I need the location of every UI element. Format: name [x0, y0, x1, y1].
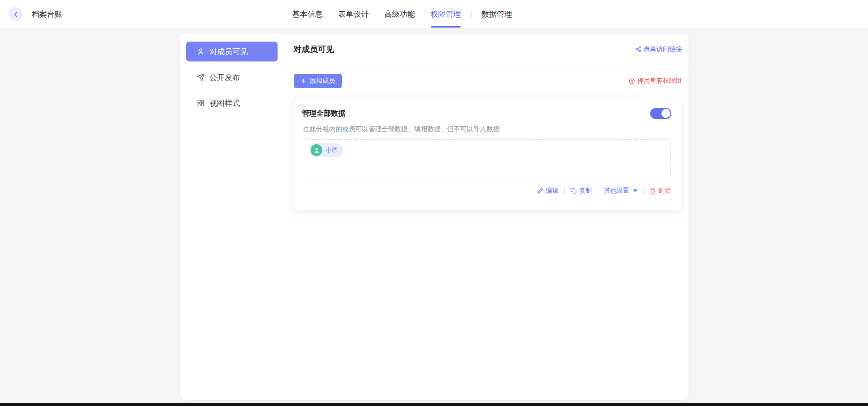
content-title: 对成员可见	[293, 33, 334, 65]
edit-button[interactable]: 编辑	[537, 187, 558, 195]
page-title: 档案台账	[32, 0, 62, 28]
sidebar-item-label: 公开发布	[209, 72, 240, 83]
group-title: 管理全部数据	[302, 109, 345, 118]
sidebar-item-view-style[interactable]: 视图样式	[186, 93, 278, 113]
trash-icon	[650, 188, 656, 194]
member-name: 小浩	[326, 146, 337, 154]
share-icon	[635, 46, 642, 52]
sidebar-item-public-release[interactable]: 公开发布	[186, 67, 278, 87]
disable-all-permission-groups-button[interactable]: 停用所有权限组	[628, 74, 682, 88]
sidebar: 对成员可见 公开发布 视图样式	[180, 33, 286, 400]
back-button[interactable]	[9, 7, 23, 21]
sidebar-item-label: 视图样式	[209, 98, 240, 109]
person-icon	[313, 147, 320, 154]
pause-circle-icon	[628, 78, 635, 85]
nav-tabs: 基本信息 表单设计 高级功能 权限管理 数据管理	[292, 0, 512, 28]
action-divider	[598, 188, 598, 194]
caret-down-icon	[633, 189, 637, 192]
send-icon	[197, 73, 205, 81]
group-description: 在此分组内的成员可以管理全部数据、填报数据、但不可以导入数据	[303, 125, 681, 133]
card-actions: 编辑 复制 其他设置	[537, 187, 671, 195]
tab-advanced-features[interactable]: 高级功能	[384, 0, 415, 28]
content-area: 对成员可见 表单访问链接 添加成员 停用所有权限组	[286, 33, 689, 400]
plus-icon	[301, 78, 307, 84]
tab-form-design[interactable]: 表单设计	[338, 0, 369, 28]
pencil-icon	[537, 188, 543, 194]
user-icon	[197, 47, 205, 56]
toolbar: 添加成员 停用所有权限组	[286, 74, 689, 88]
group-enabled-toggle[interactable]	[650, 108, 671, 119]
tab-permission-management[interactable]: 权限管理	[430, 0, 461, 28]
sidebar-item-visible-to-members[interactable]: 对成员可见	[186, 42, 278, 61]
tab-divider	[471, 10, 472, 18]
tab-basic-info[interactable]: 基本信息	[292, 0, 323, 28]
active-tab-underline	[431, 26, 461, 28]
member-chip[interactable]: 小浩	[310, 143, 343, 157]
delete-button[interactable]: 删除	[650, 187, 671, 195]
copy-button[interactable]: 复制	[571, 187, 592, 195]
action-divider	[564, 188, 565, 194]
sidebar-item-label: 对成员可见	[209, 47, 248, 57]
form-access-link[interactable]: 表单访问链接	[635, 33, 682, 65]
top-navbar: 档案台账 基本信息 表单设计 高级功能 权限管理 数据管理	[0, 0, 868, 28]
members-box[interactable]: 小浩	[304, 139, 671, 180]
chevron-left-icon	[12, 11, 19, 18]
content-header: 对成员可见 表单访问链接	[286, 33, 689, 65]
member-avatar	[311, 144, 322, 156]
other-settings-dropdown[interactable]: 其他设置	[604, 187, 637, 195]
toggle-knob	[661, 109, 670, 118]
main-panel: 对成员可见 公开发布 视图样式 对成员可见 表单访问链接	[180, 33, 689, 400]
tab-data-management[interactable]: 数据管理	[481, 0, 512, 28]
card-header: 管理全部数据	[294, 97, 681, 119]
layout-grid-icon	[197, 99, 205, 107]
copy-icon	[571, 188, 577, 194]
bottom-bar	[0, 403, 868, 406]
action-divider	[643, 188, 644, 194]
add-member-button[interactable]: 添加成员	[294, 74, 342, 88]
permission-group-card: 管理全部数据 在此分组内的成员可以管理全部数据、填报数据、但不可以导入数据 小浩	[294, 97, 681, 210]
